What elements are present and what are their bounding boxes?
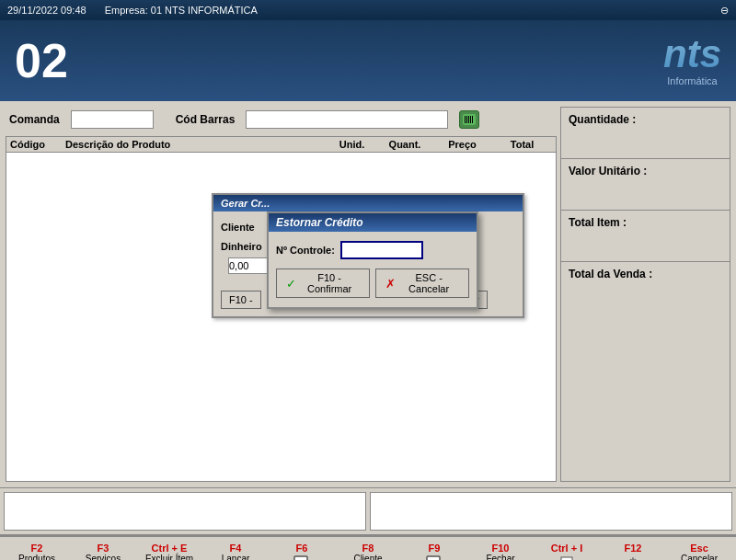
header-price: Preço (432, 139, 492, 150)
nts-logo: nts Informática (663, 35, 721, 86)
bottom-strip (0, 487, 736, 535)
fn-ctrl-e[interactable]: Ctrl + E Excluir Ítem (144, 543, 195, 560)
comanda-label: Comanda (9, 113, 60, 126)
dialog-estornar-title: Estornar Crédito (269, 213, 477, 232)
dialog-gerar-f10-button[interactable]: F10 - (221, 291, 261, 309)
valor-unitario-cell: Valor Unitário : (561, 159, 730, 211)
table-header: Código Descrição do Produto Unid. Quant.… (6, 137, 556, 153)
fn-f4[interactable]: F4 Lançar (211, 543, 261, 560)
logo-text: nts (663, 35, 721, 74)
fn-f10[interactable]: F10 Fechar (476, 543, 526, 560)
header-code: Código (10, 139, 65, 150)
estornar-cancel-button[interactable]: ✗ ESC - Cancelar (375, 269, 469, 298)
total-item-label: Total Item : (569, 216, 627, 229)
quantidade-label: Quantidade : (569, 113, 636, 126)
fn-f2[interactable]: F2 Produtos (12, 543, 63, 560)
title-bar: 29/11/2022 09:48 Empresa: 01 NTS INFORMÁ… (0, 0, 736, 20)
codbarras-input[interactable] (246, 110, 448, 129)
fn-keys-row: F2 Produtos F3 Serviços Ctrl + E Excluir… (0, 541, 736, 560)
fn-f8[interactable]: F8 Cliente (343, 543, 394, 560)
close-button[interactable]: ⊖ (720, 5, 729, 16)
quantidade-cell: Quantidade : (561, 108, 730, 159)
no-controle-field: Nº Controle: (276, 241, 469, 259)
header-total: Total (492, 139, 552, 150)
strip-cell-1 (4, 492, 366, 531)
svg-rect-0 (294, 556, 307, 560)
strip-cell-2 (370, 492, 732, 531)
header-unit: Unid. (327, 139, 377, 150)
header-qty: Quant. (377, 139, 432, 150)
document-icon (291, 554, 313, 560)
fn-esc[interactable]: Esc Cancelar (674, 543, 725, 560)
total-item-cell: Total Item : (561, 211, 730, 262)
fn-ctrl-i[interactable]: Ctrl + I Impressão (542, 543, 592, 560)
printer-icon (556, 554, 578, 560)
comanda-input[interactable] (71, 110, 154, 129)
estornar-confirm-label: F10 - Confirmar (299, 272, 360, 294)
logo-subtitle: Informática (667, 75, 717, 86)
valor-unitario-label: Valor Unitário : (569, 165, 647, 177)
svg-rect-4 (427, 556, 440, 560)
dinheiro-label: Dinheiro (221, 241, 271, 252)
scan-button[interactable] (459, 110, 479, 129)
total-venda-cell: Total da Venda : (561, 262, 730, 314)
estornar-cancel-label: ESC - Cancelar (398, 272, 459, 294)
datetime: 29/11/2022 09:48 (7, 5, 86, 16)
check-icon: ✓ (286, 277, 296, 291)
codbarras-label: Cód Barras (176, 113, 236, 126)
no-controle-input[interactable] (340, 241, 423, 259)
fn-f9[interactable]: F9 Pedidos (409, 543, 460, 560)
x-icon: ✗ (385, 277, 396, 291)
estornar-confirm-button[interactable]: ✓ F10 - Confirmar (276, 269, 370, 298)
right-panel: Quantidade : Valor Unitário : Total Item… (560, 107, 730, 482)
function-bar: F2 Produtos F3 Serviços Ctrl + E Excluir… (0, 535, 736, 560)
gear-icon (622, 554, 644, 560)
company-name: Empresa: 01 NTS INFORMÁTICA (105, 5, 258, 16)
total-venda-label: Total da Venda : (569, 268, 652, 280)
dialog-estornar-title-text: Estornar Crédito (276, 216, 363, 229)
header-area: 02 nts Informática (0, 20, 736, 101)
top-bar: Comanda Cód Barras (6, 107, 557, 132)
fn-f3[interactable]: F3 Serviços (78, 543, 129, 560)
fn-f12[interactable]: F12 Opções (608, 543, 659, 560)
estornar-buttons: ✓ F10 - Confirmar ✗ ESC - Cancelar (276, 269, 469, 298)
cliente-label: Cliente (221, 222, 271, 233)
company-number: 02 (15, 37, 68, 85)
no-controle-label: Nº Controle: (276, 245, 335, 256)
fn-f6[interactable]: F6 Orçamento (277, 543, 328, 560)
document2-icon (423, 554, 445, 560)
dialog-estornar-body: Nº Controle: ✓ F10 - Confirmar ✗ ESC - C… (269, 232, 477, 307)
dialog-gerar-title: Gerar Cr... (213, 195, 523, 211)
dialog-estornar-credito: Estornar Crédito Nº Controle: ✓ F10 - Co… (267, 211, 478, 309)
header-desc: Descrição do Produto (65, 139, 327, 150)
